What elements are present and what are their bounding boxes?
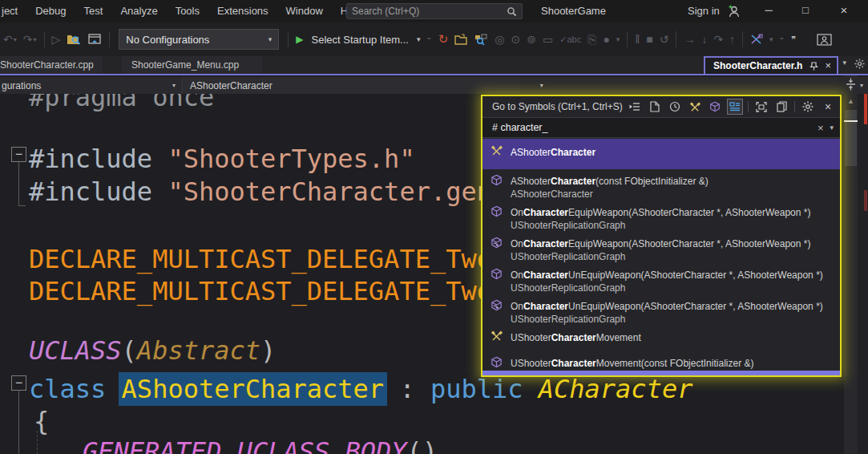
error-annotation-mark [864,94,867,124]
toolbar-overflow-icon[interactable]: ⁼ [426,35,431,44]
tab-list-chevron-icon[interactable]: ▾ [842,59,846,69]
editor-options-gear-icon[interactable] [854,59,865,69]
fold-collapse-icon[interactable]: − [11,147,26,162]
navigate-forward-icon[interactable]: ↷▾ [20,29,40,50]
code-line-include-2: #include "ShooterCharacter.gene" [29,176,523,208]
symbol-search-field[interactable]: # character_ × ▾ [482,118,840,138]
code-line-pragma: #pragma once [29,94,214,113]
intellitrace-icon[interactable] [747,29,766,50]
preprocessor-token: #include [29,144,152,174]
find-in-files-icon[interactable] [63,29,84,50]
symbol-result-row[interactable]: AShooterCharacter [482,139,840,169]
pin-tab-icon[interactable] [809,62,818,71]
menu-item-tools[interactable]: Tools [167,0,208,22]
file-filter-icon[interactable] [648,99,662,114]
paren-token: () [407,436,438,454]
popup-close-icon[interactable]: × [821,99,835,114]
popup-toolbar-separator [794,101,795,112]
paren-token: ) [260,335,276,366]
split-editor-handle[interactable] [844,75,858,93]
tab-shootergame-menu-cpp[interactable]: ShooterGame_Menu.cpp [122,56,262,74]
search-history-chevron-icon[interactable]: ▾ [830,124,834,132]
toolbar-separator [742,31,743,47]
step-over-icon: → [680,29,698,50]
navigate-backward-icon[interactable]: ↶▾ [0,29,20,50]
menu-item-project[interactable]: ject [0,0,26,22]
toolbar-separator [676,31,676,47]
menu-item-analyze[interactable]: Analyze [111,0,166,22]
comment-quotes-icon: ❞ [788,29,799,50]
method-cube-icon [491,355,504,371]
warning-annotation-mark [864,190,867,211]
symbol-result-row[interactable]: UShooterCharacterMovement(const FObjectI… [482,354,840,371]
window-title: ShooterGame [541,0,606,22]
caret-position-mark [844,120,858,122]
macro-token: GENERATED_UCLASS_BODY [83,436,407,454]
menu-bar: ject Debug Test Analyze Tools Extensions… [0,0,371,22]
tab-shootercharacter-h[interactable]: ShooterCharacter.h × [704,56,838,74]
vs-window: ject Debug Test Analyze Tools Extensions… [0,0,868,454]
run-up-icon: ↑ [726,29,738,50]
switch-window-layout-icon[interactable] [84,29,105,50]
toolbar-overflow-icon[interactable]: ⁼ [780,35,785,44]
paste-icon: ⎘ [584,29,600,50]
maximize-button[interactable]: □ [792,0,819,22]
debug-chevron-icon[interactable]: ▾ [766,29,777,50]
send-feedback-icon[interactable] [813,29,835,50]
scrollbar-thumb[interactable] [845,110,857,166]
open-file-icon[interactable] [451,29,471,50]
member-filter-cube-icon[interactable] [708,99,722,114]
symbols-view-icon[interactable] [728,99,742,114]
attach-to-process-icon[interactable]: ↻ [435,29,452,50]
minimize-button[interactable]: ─ [755,0,782,22]
close-tab-icon[interactable]: × [825,57,831,75]
class-filter-hammer-icon[interactable] [688,99,702,114]
document-tab-bar: ShooterCharacter.cpp ShooterGame_Menu.cp… [0,56,868,75]
chevron-down-icon[interactable]: ▾ [540,82,543,89]
symbol-result-row[interactable]: UShooterCharacterMovement [482,328,840,346]
method-cube-icon [491,205,504,233]
symbol-result-row[interactable]: OnCharacterUnEquipWeapon(AShooterCharact… [482,266,840,297]
symbol-results-list: AShooterCharacter AShooterCharacter(cons… [482,138,840,371]
symbol-result-row[interactable]: OnCharacterUnEquipWeapon(AShooterCharact… [482,297,840,328]
recent-clock-icon[interactable] [668,99,682,114]
close-button[interactable]: × [830,0,858,22]
tab-shootercharacter-cpp[interactable]: ShooterCharacter.cpp [0,56,103,74]
goto-line-filter-icon[interactable] [628,99,642,114]
scroll-up-icon[interactable]: ▲ [844,97,858,105]
search-placeholder: Search (Ctrl+Q) [352,6,419,17]
sign-in-user-icon[interactable] [725,3,741,19]
code-line-uclass: UCLASS(Abstract) [29,334,276,367]
editor-vertical-scrollbar[interactable]: ▲ [844,94,858,454]
startup-chevron-icon[interactable]: ▾ [414,29,424,50]
solution-configurations-dropdown[interactable]: No Configurations ▾ [119,29,279,50]
sign-in-button[interactable]: Sign in [688,0,720,22]
fold-collapse-icon[interactable]: − [11,375,26,391]
menu-item-test[interactable]: Test [75,0,112,22]
scope-current-document-icon[interactable] [754,99,769,114]
toolbar-chevron-icon[interactable]: ▾ [613,29,624,50]
method-cube-ref-icon [491,236,504,264]
symbol-result-row[interactable]: AShooterCharacter(const FObjectInitializ… [482,172,840,203]
toolbar-separator [627,31,628,47]
menu-item-window[interactable]: Window [277,0,332,22]
copy-results-icon[interactable] [774,99,789,114]
type-dropdown[interactable]: AShooterCharacter ▾ [184,77,520,94]
symbol-result-row[interactable]: OnCharacterEquipWeapon(AShooterCharacter… [482,234,840,266]
specifier-token: Abstract [137,335,260,366]
code-line-class-decl: class AShooterCharacter : public ACharac… [29,373,692,405]
select-startup-item-button[interactable]: Select Startup Item... [312,34,409,46]
member-dropdown-chevron-icon[interactable]: ▾ [860,82,863,89]
project-dropdown[interactable]: gurations ▾ [0,77,183,94]
toolbar-separator [44,31,45,47]
start-without-debugging-icon[interactable]: ▷ [49,29,64,50]
menu-item-extensions[interactable]: Extensions [208,0,277,22]
quick-search-input[interactable]: Search (Ctrl+Q) [346,3,523,19]
start-debugging-icon[interactable]: ▶ [293,29,306,50]
clear-search-icon[interactable]: × [818,122,824,134]
find-symbol-icon[interactable] [471,29,491,50]
menu-item-debug[interactable]: Debug [26,0,75,22]
popup-settings-gear-icon[interactable] [801,99,815,114]
symbol-result-row[interactable]: OnCharacterEquipWeapon(AShooterCharacter… [482,203,840,234]
popup-status-strip [482,371,840,375]
